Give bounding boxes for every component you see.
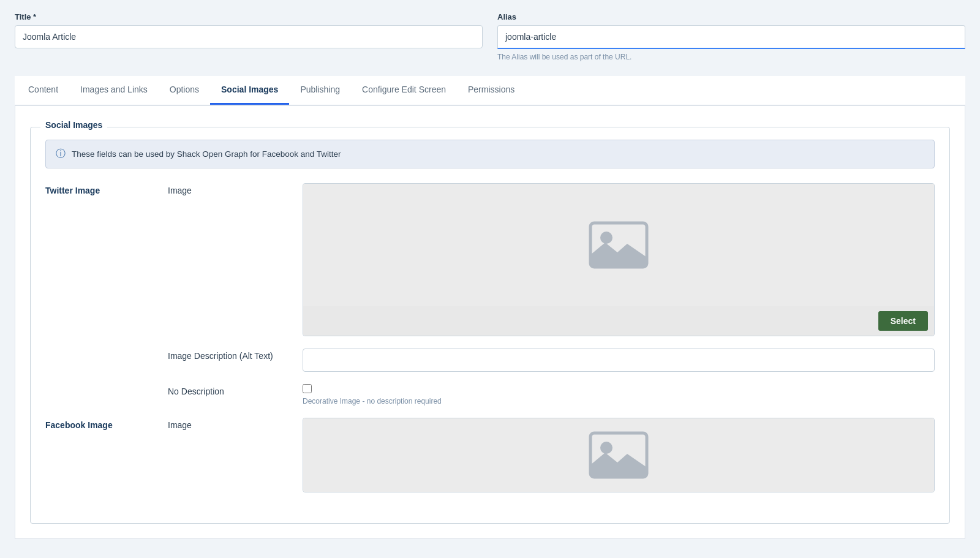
twitter-image-row: Twitter Image Image (45, 183, 935, 336)
info-text: These fields can be used by Shack Open G… (72, 149, 341, 159)
no-description-checkbox-row: Decorative Image - no description requir… (303, 384, 935, 405)
twitter-image-label: Image (168, 183, 303, 195)
tab-content[interactable]: Content (17, 76, 69, 105)
checkbox-with-label (303, 384, 935, 393)
twitter-image-preview (303, 184, 934, 306)
facebook-image-label: Image (168, 418, 303, 430)
twitter-image-section-label: Twitter Image (45, 183, 168, 195)
top-fields: Title * Alias The Alias will be used as … (15, 12, 965, 61)
title-input[interactable] (15, 25, 483, 48)
svg-point-1 (600, 232, 612, 244)
twitter-image-select-button[interactable]: Select (878, 311, 928, 331)
info-box: ⓘ These fields can be used by Shack Open… (45, 140, 935, 168)
tab-permissions[interactable]: Permissions (457, 76, 526, 105)
tab-social-images[interactable]: Social Images (210, 76, 289, 105)
alt-text-section-spacer (45, 349, 168, 351)
social-images-fieldset: Social Images ⓘ These fields can be used… (30, 127, 950, 524)
tab-configure-edit-screen[interactable]: Configure Edit Screen (351, 76, 457, 105)
facebook-image-preview (303, 418, 934, 492)
placeholder-svg (588, 221, 649, 270)
facebook-image-placeholder-icon (588, 431, 649, 480)
alt-text-row: Image Description (Alt Text) (45, 349, 935, 372)
facebook-image-content (303, 418, 935, 492)
tab-images-links[interactable]: Images and Links (69, 76, 159, 105)
no-description-content: Decorative Image - no description requir… (303, 384, 935, 405)
tabs-bar: Content Images and Links Options Social … (15, 76, 965, 105)
alias-group: Alias The Alias will be used as part of … (497, 12, 965, 61)
facebook-image-section-label: Facebook Image (45, 418, 168, 430)
title-label: Title * (15, 12, 483, 21)
twitter-image-toolbar: Select (303, 306, 934, 336)
no-description-hint: Decorative Image - no description requir… (303, 397, 935, 405)
twitter-image-content: Select (303, 183, 935, 336)
title-group: Title * (15, 12, 483, 61)
alias-input[interactable] (497, 25, 965, 49)
facebook-image-box (303, 418, 935, 492)
alias-label: Alias (497, 12, 965, 21)
info-icon: ⓘ (56, 148, 66, 160)
no-description-row: No Description Decorative Image - no des… (45, 384, 935, 405)
content-area: Social Images ⓘ These fields can be used… (15, 105, 965, 539)
alt-text-content (303, 349, 935, 372)
tab-options[interactable]: Options (159, 76, 210, 105)
no-desc-section-spacer (45, 384, 168, 386)
no-description-label: No Description (168, 384, 303, 396)
alt-text-input[interactable] (303, 349, 935, 372)
facebook-image-row: Facebook Image Image (45, 418, 935, 492)
twitter-image-box: Select (303, 183, 935, 336)
image-placeholder-icon (588, 221, 649, 270)
alt-text-label: Image Description (Alt Text) (168, 349, 303, 361)
svg-point-3 (600, 442, 612, 454)
tab-publishing[interactable]: Publishing (289, 76, 351, 105)
no-description-checkbox[interactable] (303, 384, 312, 393)
alias-hint: The Alias will be used as part of the UR… (497, 53, 965, 61)
page-wrapper: Title * Alias The Alias will be used as … (0, 0, 980, 558)
facebook-placeholder-svg (588, 431, 649, 480)
fieldset-legend: Social Images (40, 120, 107, 130)
